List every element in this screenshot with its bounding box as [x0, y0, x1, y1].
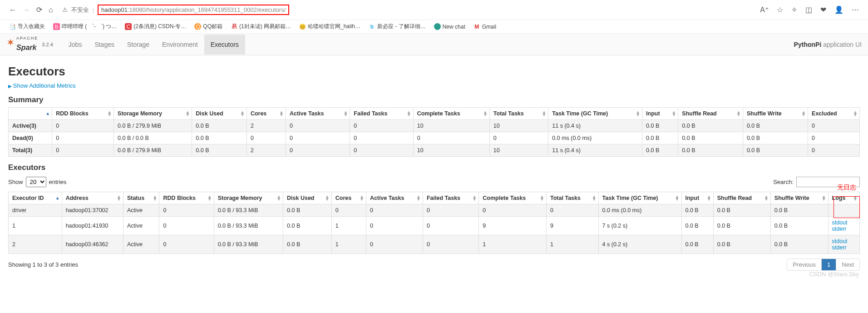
summary-th-failed[interactable]: Failed Tasks▲▼ — [350, 108, 413, 120]
logs-cell: stdoutstderr — [828, 217, 859, 235]
chat-icon — [434, 23, 441, 30]
page-next[interactable]: Next — [836, 259, 859, 270]
browser-toolbar: ← → ⟳ ⌂ ⚠ 不安全 | hadoop01:18080/history/a… — [0, 0, 868, 20]
stderr-link[interactable]: stderr — [832, 244, 856, 251]
home-icon[interactable]: ⌂ — [49, 6, 53, 14]
summary-th-cores[interactable]: Cores▲▼ — [247, 108, 286, 120]
table-controls: Show 20 entries Search: — [8, 177, 860, 187]
spark-logo[interactable]: ✶ APACHE Spark 3.2.4 — [6, 37, 53, 52]
bookmark-qqmail[interactable]: QQQ邮箱 — [194, 23, 222, 30]
summary-th-tasktime[interactable]: Task Time (GC Time)▲▼ — [548, 108, 642, 120]
url-host: hadoop01 — [101, 6, 128, 13]
refresh-icon[interactable]: ⟳ — [36, 5, 42, 14]
exec-th-addr[interactable]: Address▲▼ — [62, 192, 123, 204]
qqmail-icon: Q — [194, 23, 201, 30]
bilibili-icon: b — [53, 23, 60, 30]
collections-icon[interactable]: ❤ — [820, 5, 826, 14]
exec-th-id[interactable]: Executor ID▲ — [9, 192, 62, 204]
extensions-icon[interactable]: ✧ — [791, 5, 797, 14]
tab-jobs[interactable]: Jobs — [62, 35, 89, 55]
executors-table: Executor ID▲ Address▲▼ Status▲▼ RDD Bloc… — [8, 192, 860, 254]
back-icon[interactable]: ← — [9, 6, 16, 14]
more-icon[interactable]: ⋯ — [852, 5, 859, 14]
table-row: Dead(0)00.0 B / 0.0 B0.0 B000000.0 ms (0… — [9, 132, 860, 144]
show-additional-metrics[interactable]: Show Additional Metrics — [8, 82, 860, 89]
page-title: Executors — [8, 65, 860, 79]
bing-icon: b — [369, 23, 375, 30]
summary-th-label[interactable]: ▲ — [9, 108, 52, 120]
summary-th-input[interactable]: Input▲▼ — [642, 108, 678, 120]
summary-th-shuffleread[interactable]: Shuffle Read▲▼ — [678, 108, 743, 120]
tab-storage[interactable]: Storage — [121, 35, 156, 55]
exec-th-tasktime[interactable]: Task Time (GC Time)▲▼ — [598, 192, 681, 204]
page-size-select[interactable]: 20 — [26, 177, 46, 187]
exec-th-disk[interactable]: Disk Used▲▼ — [283, 192, 332, 204]
exec-th-failed[interactable]: Failed Tasks▲▼ — [423, 192, 478, 204]
executors-heading: Executors — [8, 163, 860, 172]
annotation-nolog: 无日志 — [837, 184, 856, 192]
bookmark-import[interactable]: 📑导入收藏夹 — [9, 23, 45, 30]
summary-th-active[interactable]: Active Tasks▲▼ — [286, 108, 350, 120]
stderr-link[interactable]: stderr — [832, 226, 856, 232]
table-info: Showing 1 to 3 of 3 entries — [8, 261, 78, 268]
exec-th-active[interactable]: Active Tasks▲▼ — [366, 192, 423, 204]
bookmark-bing[interactable]: b新必应 - 了解详细… — [369, 23, 426, 30]
split-icon[interactable]: ◫ — [805, 5, 812, 14]
summary-th-total[interactable]: Total Tasks▲▼ — [489, 108, 548, 120]
exec-th-storage[interactable]: Storage Memory▲▼ — [214, 192, 283, 204]
bookmark-bilibili[interactable]: b哔哩哔哩 ( ゜- ゜) つ… — [53, 23, 117, 30]
table-row: Total(3)00.0 B / 279.9 MiB0.0 B200101011… — [9, 144, 860, 157]
bookmark-halihali[interactable]: 😊哈喽哈喽官网_halih… — [299, 23, 360, 30]
tab-executors[interactable]: Executors — [204, 35, 245, 55]
spark-navbar: ✶ APACHE Spark 3.2.4 Jobs Stages Storage… — [0, 34, 868, 55]
url-path: :18080/history/application_1694741955311… — [128, 6, 286, 13]
exec-th-status[interactable]: Status▲▼ — [123, 192, 159, 204]
forward-icon[interactable]: → — [23, 6, 30, 14]
summary-th-disk[interactable]: Disk Used▲▼ — [192, 108, 247, 120]
summary-th-shufflewrite[interactable]: Shuffle Write▲▼ — [743, 108, 808, 120]
bookmark-gmail[interactable]: MGmail — [473, 23, 496, 30]
spark-version: 3.2.4 — [42, 42, 53, 47]
table-row: Active(3)00.0 B / 279.9 MiB0.0 B20010101… — [9, 120, 860, 132]
profile-icon[interactable]: 👤 — [834, 5, 843, 14]
exec-th-sr[interactable]: Shuffle Read▲▼ — [713, 192, 770, 204]
bookmarks-bar: 📑导入收藏夹 b哔哩哔哩 ( ゜- ゜) つ… C(2条消息) CSDN-专… … — [0, 20, 868, 34]
summary-th-complete[interactable]: Complete Tasks▲▼ — [413, 108, 489, 120]
exec-th-complete[interactable]: Complete Tasks▲▼ — [479, 192, 547, 204]
annotation-box — [833, 196, 860, 218]
csdn-icon: C — [125, 23, 132, 30]
stdout-link[interactable]: stdout — [832, 219, 856, 226]
tab-environment[interactable]: Environment — [156, 35, 204, 55]
summary-th-storage[interactable]: Storage Memory▲▼ — [114, 108, 192, 120]
insecure-label: 不安全 — [71, 6, 89, 14]
table-row: 2hadoop03:46362Active00.0 B / 93.3 MiB0.… — [9, 235, 860, 254]
summary-table: ▲ RDD Blocks▲▼ Storage Memory▲▼ Disk Use… — [8, 107, 860, 157]
import-icon: 📑 — [9, 23, 16, 30]
logs-cell: stdoutstderr — [828, 235, 859, 254]
bookmark-163mail[interactable]: 易(1封未读) 网易邮箱… — [231, 23, 291, 30]
exec-th-sw[interactable]: Shuffle Write▲▼ — [770, 192, 828, 204]
summary-heading: Summary — [8, 95, 860, 104]
address-bar[interactable]: ⚠ 不安全 | hadoop01:18080/history/applicati… — [59, 4, 754, 16]
exec-th-cores[interactable]: Cores▲▼ — [331, 192, 366, 204]
read-aloud-icon[interactable]: A⁺ — [760, 5, 769, 14]
stdout-link[interactable]: stdout — [832, 238, 856, 244]
bookmark-csdn[interactable]: C(2条消息) CSDN-专… — [125, 23, 186, 30]
page-prev[interactable]: Previous — [787, 259, 822, 270]
favorite-icon[interactable]: ☆ — [777, 5, 783, 14]
table-row: driverhadoop01:37002Active00.0 B / 93.3 … — [9, 204, 860, 217]
summary-th-rdd[interactable]: RDD Blocks▲▼ — [52, 108, 114, 120]
netease-icon: 易 — [231, 23, 237, 30]
summary-th-excluded[interactable]: Excluded▲▼ — [808, 108, 860, 120]
insecure-icon: ⚠ — [62, 6, 68, 13]
page-1[interactable]: 1 — [822, 259, 836, 270]
spark-star-icon: ✶ — [6, 37, 15, 49]
bookmark-newchat[interactable]: New chat — [434, 23, 465, 30]
search-label: Search: — [773, 179, 794, 185]
exec-th-total[interactable]: Total Tasks▲▼ — [547, 192, 599, 204]
exec-th-input[interactable]: Input▲▼ — [681, 192, 713, 204]
gmail-icon: M — [473, 23, 480, 30]
exec-th-rdd[interactable]: RDD Blocks▲▼ — [159, 192, 214, 204]
tab-stages[interactable]: Stages — [88, 35, 121, 55]
pagination: Previous 1 Next — [787, 258, 860, 271]
